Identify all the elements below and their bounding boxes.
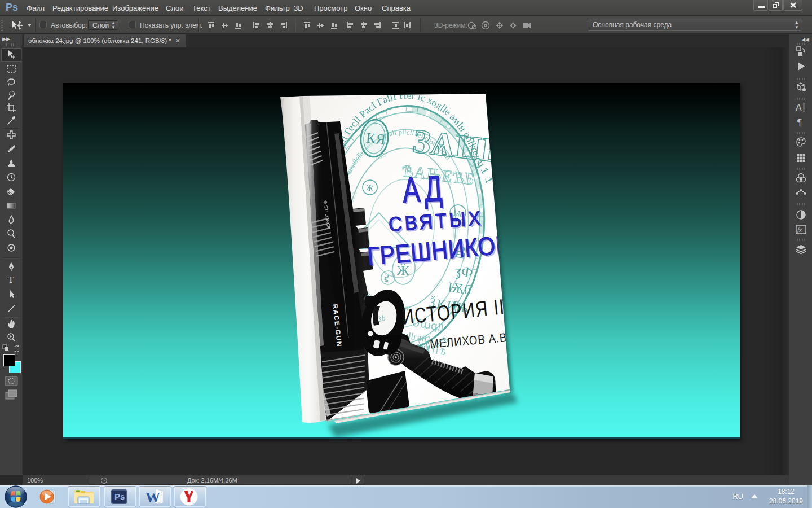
svg-text:A: A — [796, 103, 802, 112]
svg-text:АД: АД — [401, 168, 447, 211]
svg-text:ʒФ: ʒФ — [454, 262, 474, 281]
svg-text:fx: fx — [797, 226, 802, 233]
svg-text:ʒb: ʒb — [378, 313, 386, 323]
svg-text:T: T — [8, 274, 14, 285]
svg-text:КЯ: КЯ — [365, 130, 387, 148]
svg-text:Ж: Ж — [365, 183, 374, 193]
svg-text:W: W — [145, 489, 160, 505]
svg-text:¶: ¶ — [797, 117, 802, 128]
